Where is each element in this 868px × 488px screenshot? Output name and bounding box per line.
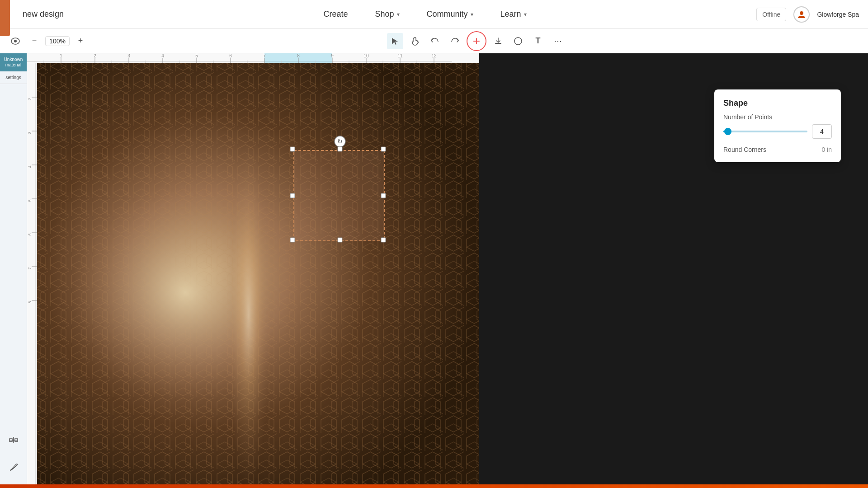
bottom-accent-strip — [0, 484, 868, 488]
num-points-slider-track[interactable] — [723, 131, 807, 132]
svg-text:8: 8 — [297, 53, 300, 58]
canvas-area[interactable]: ↻ — [27, 53, 479, 488]
nav-right-area: Offline Glowforge Spa — [696, 6, 868, 23]
svg-rect-71 — [338, 147, 342, 151]
import-button[interactable] — [490, 33, 506, 49]
num-points-slider-row: 4 — [723, 124, 832, 139]
svg-text:6: 6 — [229, 53, 232, 58]
nav-community[interactable]: Community ▾ — [413, 0, 487, 29]
logo-area: new design — [0, 9, 154, 19]
zoom-plus-button[interactable]: + — [72, 33, 89, 49]
round-corners-value: 0 in — [821, 146, 832, 153]
svg-text:↻: ↻ — [337, 138, 343, 145]
svg-rect-69 — [294, 150, 384, 241]
pen-tool-button[interactable] — [4, 457, 24, 477]
profile-icon[interactable] — [793, 6, 810, 23]
document-title[interactable]: new design — [23, 9, 64, 19]
redo-button[interactable] — [447, 33, 463, 49]
svg-text:3: 3 — [28, 131, 32, 134]
svg-text:12: 12 — [431, 53, 437, 58]
svg-text:7: 7 — [263, 53, 266, 58]
align-tool-button[interactable] — [4, 430, 24, 450]
undo-button[interactable] — [427, 33, 443, 49]
svg-rect-72 — [381, 147, 386, 151]
svg-text:10: 10 — [363, 53, 369, 58]
canvas-bg-svg: ↻ — [27, 53, 479, 488]
nav-create[interactable]: Create — [310, 0, 361, 29]
shape-panel-title: Shape — [723, 99, 832, 108]
svg-text:9: 9 — [331, 53, 334, 58]
svg-text:1: 1 — [60, 53, 62, 58]
left-tools-bottom — [2, 428, 25, 479]
svg-point-0 — [800, 11, 803, 15]
settings-button[interactable]: settings — [0, 71, 27, 84]
path-tool-button[interactable] — [510, 33, 526, 49]
svg-text:3: 3 — [127, 53, 130, 58]
more-options-button[interactable]: ⋯ — [550, 33, 566, 49]
learn-chevron-icon: ▾ — [524, 11, 527, 18]
svg-point-2 — [14, 40, 17, 42]
svg-rect-3 — [495, 43, 501, 44]
unknown-material-button[interactable]: Unknown material — [0, 53, 27, 71]
svg-text:11: 11 — [397, 53, 403, 58]
offline-status: Offline — [756, 8, 786, 21]
zoom-value: 100% — [48, 38, 66, 45]
svg-text:5: 5 — [195, 53, 198, 58]
round-corners-row: Round Corners 0 in — [723, 146, 832, 153]
svg-rect-77 — [381, 238, 386, 242]
community-chevron-icon: ▾ — [471, 11, 473, 18]
svg-text:2: 2 — [94, 53, 96, 58]
svg-point-4 — [514, 38, 522, 45]
svg-text:5: 5 — [28, 199, 32, 202]
nav-shop[interactable]: Shop ▾ — [361, 0, 413, 29]
svg-text:4: 4 — [161, 53, 164, 58]
horizontal-ruler: 1 2 3 4 5 6 7 8 9 10 11 12 — [27, 53, 479, 63]
toolbar-center: + T ⋯ — [92, 31, 861, 51]
shop-chevron-icon: ▾ — [397, 11, 400, 18]
shape-properties-panel: Shape Number of Points 4 Round Corners 0… — [714, 89, 841, 162]
profile-svg — [797, 10, 806, 19]
zoom-minus-button[interactable]: − — [26, 33, 42, 49]
num-points-value[interactable]: 4 — [812, 124, 832, 139]
svg-text:8: 8 — [28, 301, 32, 303]
right-panel: Shape Number of Points 4 Round Corners 0… — [479, 53, 868, 488]
svg-text:4: 4 — [28, 165, 32, 168]
zoom-control: 100% — [45, 36, 70, 46]
text-tool-button[interactable]: T — [530, 33, 546, 49]
pan-tool-button[interactable] — [407, 33, 423, 49]
top-navigation: new design Create Shop ▾ Community ▾ Lea… — [0, 0, 868, 29]
svg-rect-75 — [290, 238, 295, 242]
num-points-slider-thumb[interactable] — [724, 128, 731, 135]
svg-text:6: 6 — [28, 233, 32, 235]
user-label: Glowforge Spa — [817, 11, 859, 18]
select-tool-button[interactable] — [387, 33, 403, 49]
round-corners-label: Round Corners — [723, 146, 766, 153]
app-logo-thumb — [0, 0, 10, 36]
nav-learn[interactable]: Learn ▾ — [487, 0, 540, 29]
add-button[interactable]: + — [467, 31, 486, 51]
nav-links: Create Shop ▾ Community ▾ Learn ▾ — [154, 0, 696, 29]
toolbar: − 100% + + T — [0, 29, 868, 53]
svg-rect-74 — [381, 193, 386, 198]
num-points-label: Number of Points — [723, 113, 832, 121]
svg-rect-76 — [338, 238, 342, 242]
svg-rect-68 — [222, 53, 276, 488]
vertical-ruler: 2 3 4 5 6 7 8 — [27, 63, 37, 488]
left-panel: Unknown material settings — [0, 53, 27, 488]
svg-rect-70 — [290, 147, 295, 151]
svg-text:2: 2 — [28, 98, 32, 100]
svg-text:7: 7 — [28, 267, 32, 269]
svg-rect-73 — [290, 193, 295, 198]
toolbar-left: − 100% + — [7, 33, 89, 49]
